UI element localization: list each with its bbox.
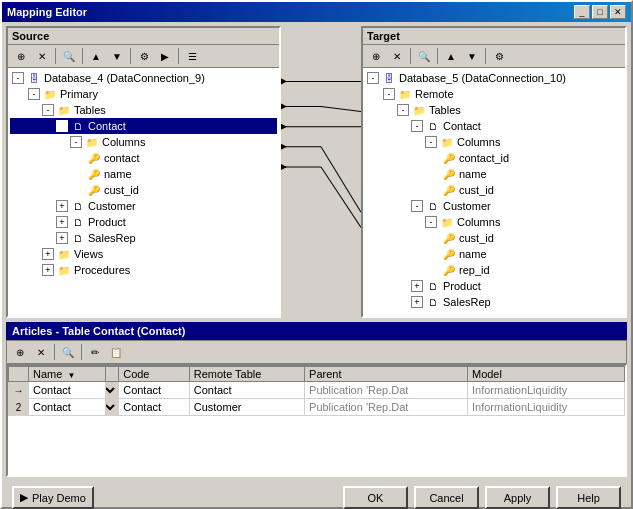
row2-dropbtn[interactable] (106, 399, 119, 416)
svg-marker-3 (281, 124, 287, 130)
target-salesrep-node[interactable]: + 🗋 SalesRep (365, 294, 623, 310)
target-cust-name-node[interactable]: 🔑 name (365, 246, 623, 262)
target-repid-node[interactable]: 🔑 rep_id (365, 262, 623, 278)
cancel-button[interactable]: Cancel (414, 486, 479, 509)
target-product-expander[interactable]: + (411, 280, 423, 292)
source-tree[interactable]: - 🗄 Database_4 (DataConnection_9) - 📁 Pr… (8, 68, 279, 316)
source-tables-node[interactable]: - 📁 Tables (10, 102, 277, 118)
tables-expander[interactable]: - (42, 104, 54, 116)
source-name-col-node[interactable]: 🔑 name (10, 166, 277, 182)
target-tree[interactable]: - 🗄 Database_5 (DataConnection_10) - 📁 R… (363, 68, 625, 316)
source-remove-button[interactable]: ✕ (32, 47, 52, 65)
columns-expander[interactable]: - (70, 136, 82, 148)
table-row[interactable]: 2 Contact Contact Customer Publication '… (9, 399, 625, 416)
remote-expander[interactable]: - (383, 88, 395, 100)
target-customer-columns-node[interactable]: - 📁 Columns (365, 214, 623, 230)
article-remove-button[interactable]: ✕ (31, 343, 51, 361)
source-extra-button[interactable]: ☰ (182, 47, 202, 65)
help-button[interactable]: Help (556, 486, 621, 509)
target-tables-expander[interactable]: - (397, 104, 409, 116)
product-expander[interactable]: + (56, 216, 68, 228)
window-title: Mapping Editor (7, 6, 87, 18)
sep2 (82, 48, 83, 64)
target-up-button[interactable]: ▲ (441, 47, 461, 65)
product-label: Product (88, 216, 126, 228)
source-up-button[interactable]: ▲ (86, 47, 106, 65)
target-product-node[interactable]: + 🗋 Product (365, 278, 623, 294)
primary-expander[interactable]: - (28, 88, 40, 100)
source-customer-node[interactable]: + 🗋 Customer (10, 198, 277, 214)
target-contact-columns-icon: 📁 (439, 135, 455, 149)
source-primary-node[interactable]: - 📁 Primary (10, 86, 277, 102)
customer-expander[interactable]: + (56, 200, 68, 212)
target-repid-icon: 🔑 (441, 263, 457, 277)
article-search-button[interactable]: 🔍 (58, 343, 78, 361)
target-settings-button[interactable]: ⚙ (489, 47, 509, 65)
salesrep-expander[interactable]: + (56, 232, 68, 244)
target-contact-columns-node[interactable]: - 📁 Columns (365, 134, 623, 150)
close-button[interactable]: ✕ (610, 5, 626, 19)
source-contact-col-node[interactable]: 🔑 contact (10, 150, 277, 166)
contact-expander[interactable]: - (56, 120, 68, 132)
target-contact-columns-expander[interactable]: - (425, 136, 437, 148)
source-add-button[interactable]: ⊕ (11, 47, 31, 65)
target-contactid-node[interactable]: 🔑 contact_id (365, 150, 623, 166)
source-product-node[interactable]: + 🗋 Product (10, 214, 277, 230)
article-edit-button[interactable]: ✏ (85, 343, 105, 361)
source-search-button[interactable]: 🔍 (59, 47, 79, 65)
source-contact-node[interactable]: - 🗋 Contact (10, 118, 277, 134)
col-parent[interactable]: Parent (305, 367, 468, 382)
target-custid-node[interactable]: 🔑 cust_id (365, 182, 623, 198)
target-db-expander[interactable]: - (367, 72, 379, 84)
procedures-expander[interactable]: + (42, 264, 54, 276)
contact-col-label: contact (104, 152, 139, 164)
target-salesrep-expander[interactable]: + (411, 296, 423, 308)
target-contact-node[interactable]: - 🗋 Contact (365, 118, 623, 134)
col-model[interactable]: Model (467, 367, 624, 382)
target-customer-expander[interactable]: - (411, 200, 423, 212)
row1-dropbtn[interactable] (106, 382, 119, 399)
source-custid-col-node[interactable]: 🔑 cust_id (10, 182, 277, 198)
target-db-node[interactable]: - 🗄 Database_5 (DataConnection_10) (365, 70, 623, 86)
target-name-label: name (459, 168, 487, 180)
target-name-node[interactable]: 🔑 name (365, 166, 623, 182)
source-procedures-node[interactable]: + 📁 Procedures (10, 262, 277, 278)
target-down-button[interactable]: ▼ (462, 47, 482, 65)
source-settings-button[interactable]: ⚙ (134, 47, 154, 65)
col-code[interactable]: Code (119, 367, 190, 382)
target-remove-button[interactable]: ✕ (387, 47, 407, 65)
minimize-button[interactable]: _ (574, 5, 590, 19)
target-cust-custid-node[interactable]: 🔑 cust_id (365, 230, 623, 246)
target-add-button[interactable]: ⊕ (366, 47, 386, 65)
source-db-node[interactable]: - 🗄 Database_4 (DataConnection_9) (10, 70, 277, 86)
maximize-button[interactable]: □ (592, 5, 608, 19)
article-panel-header: Articles - Table Contact (Contact) (6, 322, 627, 340)
article-table-container[interactable]: Name ▼ Code Remote Table Parent Model → … (6, 364, 627, 477)
play-demo-button[interactable]: ▶ Play Demo (12, 486, 94, 509)
sep1 (55, 48, 56, 64)
target-customer-table-icon: 🗋 (425, 199, 441, 213)
source-run-button[interactable]: ▶ (155, 47, 175, 65)
t-sep1 (410, 48, 411, 64)
article-copy-button[interactable]: 📋 (106, 343, 126, 361)
article-add-button[interactable]: ⊕ (10, 343, 30, 361)
table-row[interactable]: → Contact Contact Contact Publication 'R… (9, 382, 625, 399)
apply-button[interactable]: Apply (485, 486, 550, 509)
salesrep-table-icon: 🗋 (70, 231, 86, 245)
target-customer-node[interactable]: - 🗋 Customer (365, 198, 623, 214)
source-columns-node[interactable]: - 📁 Columns (10, 134, 277, 150)
target-contact-expander[interactable]: - (411, 120, 423, 132)
views-expander[interactable]: + (42, 248, 54, 260)
target-tables-node[interactable]: - 📁 Tables (365, 102, 623, 118)
col-name[interactable]: Name ▼ (29, 367, 106, 382)
source-db-expander[interactable]: - (12, 72, 24, 84)
target-cust-cols-expander[interactable]: - (425, 216, 437, 228)
target-search-button[interactable]: 🔍 (414, 47, 434, 65)
target-remote-node[interactable]: - 📁 Remote (365, 86, 623, 102)
source-down-button[interactable]: ▼ (107, 47, 127, 65)
bottom-right: OK Cancel Apply Help (343, 486, 621, 509)
source-views-node[interactable]: + 📁 Views (10, 246, 277, 262)
col-remote-table[interactable]: Remote Table (189, 367, 304, 382)
ok-button[interactable]: OK (343, 486, 408, 509)
source-salesrep-node[interactable]: + 🗋 SalesRep (10, 230, 277, 246)
